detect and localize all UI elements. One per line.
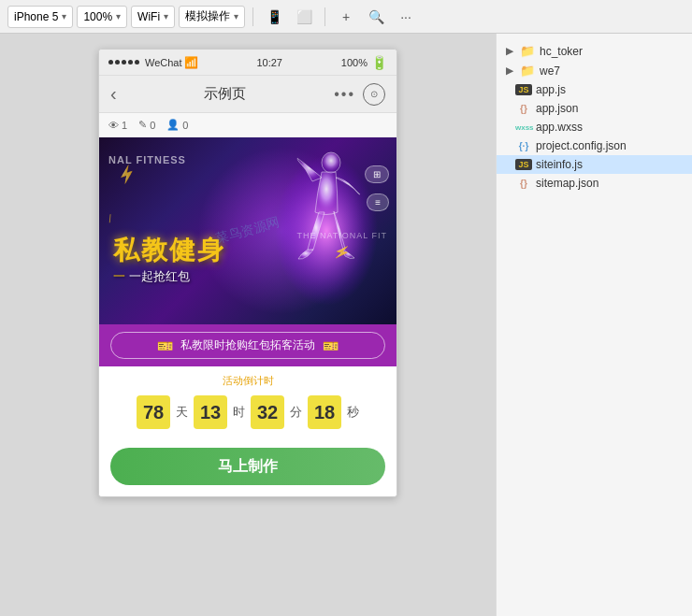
file-app-js[interactable]: JS app.js bbox=[497, 80, 692, 99]
countdown-days-unit: 天 bbox=[176, 404, 188, 421]
file-project-config[interactable]: {·} project.config.json bbox=[497, 136, 692, 155]
svg-point-1 bbox=[322, 152, 340, 173]
folder-icon-hc: 📁 bbox=[519, 44, 536, 58]
main-area: WeChat 📶 10:27 100% 🔋 ‹ 示例页 ••• ⊙ bbox=[0, 34, 692, 616]
banner-btn1-icon: ⊞ bbox=[373, 169, 381, 179]
wechat-nav-bar: ‹ 示例页 ••• ⊙ bbox=[99, 76, 396, 113]
divider2 bbox=[324, 7, 325, 26]
countdown-minutes-unit: 分 bbox=[290, 404, 302, 421]
folder-icon-we7: 📁 bbox=[519, 64, 536, 78]
zoom-select[interactable]: 100% ▾ bbox=[77, 6, 127, 28]
nav-more-icon[interactable]: ••• bbox=[334, 86, 355, 103]
lightning-left: ⚡ bbox=[115, 163, 138, 186]
countdown-seconds-box: 18 bbox=[308, 395, 341, 429]
simulator-area: WeChat 📶 10:27 100% 🔋 ‹ 示例页 ••• ⊙ bbox=[0, 34, 496, 616]
promo-icon-left: 🎫 bbox=[157, 338, 173, 353]
folder-arrow-we7: ▶ bbox=[504, 65, 515, 76]
page-title: 示例页 bbox=[204, 85, 246, 103]
countdown-label: 活动倒计时 bbox=[114, 374, 382, 388]
file-app-wxss[interactable]: wxss app.wxss bbox=[497, 118, 692, 136]
status-time: 10:27 bbox=[256, 57, 282, 68]
file-name-app-js: app.js bbox=[536, 83, 566, 96]
file-icon-project-config: {·} bbox=[515, 141, 532, 151]
nav-right-area: ••• ⊙ bbox=[334, 83, 385, 106]
network-arrow: ▾ bbox=[164, 11, 168, 21]
promo-section: 🎫 私教限时抢购红包拓客活动 🎫 bbox=[99, 324, 396, 366]
countdown-hours-box: 13 bbox=[194, 395, 227, 429]
mode-arrow: ▾ bbox=[234, 11, 238, 21]
countdown-days-box: 78 bbox=[137, 395, 170, 429]
folder-name-we7: we7 bbox=[540, 64, 560, 78]
file-icon-siteinfo-js: JS bbox=[515, 159, 532, 170]
device-select[interactable]: iPhone 5 ▾ bbox=[7, 6, 73, 28]
file-name-sitemap-json: sitemap.json bbox=[536, 177, 598, 190]
circle-icon: ⊙ bbox=[370, 89, 378, 99]
countdown-row: 78 天 13 时 32 分 18 秒 bbox=[114, 395, 382, 429]
tablet-icon-btn[interactable]: ⬜ bbox=[291, 6, 317, 28]
add-btn[interactable]: + bbox=[333, 6, 359, 28]
countdown-minutes-box: 32 bbox=[251, 395, 284, 429]
file-name-siteinfo-js: siteinfo.js bbox=[536, 158, 583, 171]
status-left: WeChat 📶 bbox=[108, 56, 198, 69]
banner-main-title: 私教健身 bbox=[113, 233, 225, 268]
banner-area: ⚡ ⚡ / NAL FITNESS THE NATIONAL FIT ⊞ ≡ 私… bbox=[99, 137, 396, 324]
person-icon: 👤 bbox=[166, 119, 180, 131]
folder-hc-toker[interactable]: ▶ 📁 hc_toker bbox=[497, 41, 692, 61]
interact-bar: 👁 1 ✎ 0 👤 0 bbox=[99, 113, 396, 137]
folder-arrow-hc: ▶ bbox=[504, 46, 515, 56]
file-sitemap-json[interactable]: {} sitemap.json bbox=[497, 174, 692, 193]
edit-count-item: ✎ 0 bbox=[138, 119, 155, 131]
banner-btn-2[interactable]: ≡ bbox=[367, 193, 389, 211]
divider bbox=[252, 7, 253, 26]
countdown-seconds-unit: 秒 bbox=[347, 404, 359, 421]
banner-fitness-text: NAL FITNESS bbox=[108, 154, 186, 165]
file-name-project-config: project.config.json bbox=[536, 139, 627, 152]
promo-text: 私教限时抢购红包拓客活动 bbox=[180, 337, 315, 353]
toolbar: iPhone 5 ▾ 100% ▾ WiFi ▾ 模拟操作 ▾ 📱 ⬜ + 🔍 … bbox=[0, 0, 692, 34]
countdown-hours-unit: 时 bbox=[233, 404, 245, 421]
file-icon-app-json: {} bbox=[515, 104, 532, 114]
countdown-section: 活动倒计时 78 天 13 时 32 分 18 秒 bbox=[99, 366, 396, 440]
wifi-icon: 📶 bbox=[184, 56, 198, 69]
zoom-arrow: ▾ bbox=[116, 11, 121, 21]
banner-btn2-icon: ≡ bbox=[375, 197, 381, 208]
search-btn[interactable]: 🔍 bbox=[363, 6, 389, 28]
battery-area: 100% 🔋 bbox=[341, 55, 387, 70]
phone-icon-btn[interactable]: 📱 bbox=[261, 6, 287, 28]
cta-section: 马上制作 bbox=[99, 440, 396, 496]
view-count: 1 bbox=[122, 120, 127, 131]
mode-select[interactable]: 模拟操作 ▾ bbox=[179, 6, 245, 28]
eye-icon: 👁 bbox=[108, 120, 119, 131]
more-btn[interactable]: ··· bbox=[393, 6, 419, 28]
zoom-label: 100% bbox=[83, 10, 112, 23]
network-select[interactable]: WiFi ▾ bbox=[131, 6, 175, 28]
network-label: WiFi bbox=[137, 10, 160, 23]
banner-national-text: THE NATIONAL FIT bbox=[296, 231, 387, 240]
file-app-json[interactable]: {} app.json bbox=[497, 99, 692, 118]
file-name-app-json: app.json bbox=[536, 102, 578, 115]
subtitle-text: 一起抢红包 bbox=[129, 269, 190, 283]
device-arrow: ▾ bbox=[62, 11, 66, 21]
nav-circle-btn[interactable]: ⊙ bbox=[363, 83, 385, 106]
person-count-item: 👤 0 bbox=[166, 119, 188, 131]
person-count: 0 bbox=[182, 120, 188, 131]
banner-btn-1[interactable]: ⊞ bbox=[365, 165, 389, 183]
wechat-status-bar: WeChat 📶 10:27 100% 🔋 bbox=[99, 50, 396, 76]
file-icon-sitemap-json: {} bbox=[515, 179, 532, 189]
edit-icon: ✎ bbox=[138, 119, 147, 131]
file-siteinfo-js[interactable]: JS siteinfo.js bbox=[497, 155, 692, 174]
folder-we7[interactable]: ▶ 📁 we7 bbox=[497, 61, 692, 80]
banner-subtitle: 一 一起抢红包 bbox=[113, 268, 190, 285]
mode-label: 模拟操作 bbox=[185, 8, 230, 24]
battery-icon: 🔋 bbox=[371, 55, 387, 70]
lightning-mid: / bbox=[108, 212, 113, 225]
folder-name-hc: hc_toker bbox=[540, 45, 583, 58]
back-button[interactable]: ‹ bbox=[110, 83, 117, 105]
promo-banner[interactable]: 🎫 私教限时抢购红包拓客活动 🎫 bbox=[110, 332, 385, 359]
file-icon-app-js: JS bbox=[515, 84, 532, 95]
view-count-item: 👁 1 bbox=[108, 120, 127, 131]
battery-pct: 100% bbox=[341, 57, 368, 68]
file-name-app-wxss: app.wxss bbox=[536, 121, 583, 134]
cta-button[interactable]: 马上制作 bbox=[110, 448, 385, 485]
edit-count: 0 bbox=[150, 120, 155, 131]
